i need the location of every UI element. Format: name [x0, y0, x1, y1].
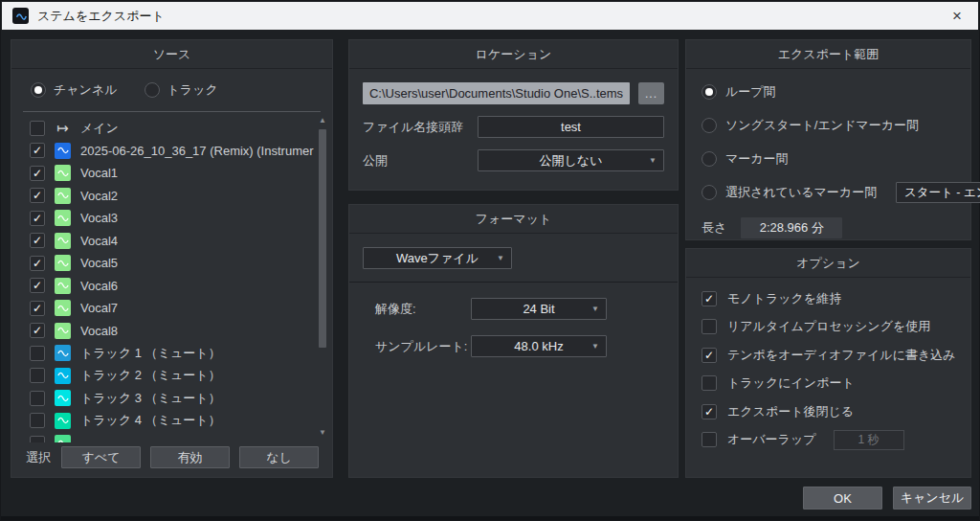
resolution-dropdown[interactable]: 24 Bit ▼ [471, 298, 607, 320]
range-option-0-radio[interactable] [702, 84, 717, 100]
dialog-title: ステムをエクスポート [37, 8, 165, 25]
track-row[interactable]: ✓Vocal7 [30, 297, 315, 320]
overlap-value-field[interactable]: 1 秒 [834, 430, 904, 450]
scroll-down-icon[interactable]: ▼ [317, 428, 328, 438]
file-type-value: Waveファイル [396, 250, 479, 267]
audio-wave-icon [55, 390, 71, 406]
filename-prefix-input[interactable]: test [478, 116, 664, 138]
samplerate-label: サンプルレート: [375, 338, 471, 355]
close-icon[interactable]: × [947, 7, 968, 26]
source-radio-0[interactable]: チャンネル [31, 81, 118, 99]
track-checkbox[interactable]: ✓ [30, 278, 45, 293]
track-checkbox[interactable]: ✓ [30, 301, 45, 316]
source-radio-0-radio[interactable] [31, 82, 46, 98]
track-row[interactable]: トラック 3 （ミュート） [30, 387, 315, 410]
track-list-scrollbar[interactable]: ▲ ▼ [317, 116, 328, 438]
track-label: Vocal8 [80, 324, 118, 338]
track-checkbox[interactable]: ✓ [30, 166, 45, 181]
track-row[interactable]: ✓Vocal1 [30, 162, 315, 185]
option-checkbox[interactable] [702, 375, 717, 391]
samplerate-value: 48.0 kHz [514, 339, 563, 353]
track-label: Vocal3 [80, 211, 118, 225]
option-row[interactable]: オーバーラップ1 秒 [702, 426, 955, 455]
file-type-dropdown[interactable]: Waveファイル ▼ [363, 247, 512, 269]
location-panel: ロケーション C:\Users\user\Documents\Studio On… [348, 39, 679, 191]
marker-range-dropdown[interactable]: スタート - エンド▼ [896, 182, 980, 203]
track-row[interactable]: ✓Vocal8 [30, 320, 315, 343]
track-row[interactable]: ✓Vocal3 [30, 207, 315, 230]
export-path-field[interactable]: C:\Users\user\Documents\Studio One\S..te… [363, 82, 630, 104]
select-none-button[interactable]: なし [239, 446, 319, 468]
track-checkbox[interactable] [30, 121, 45, 136]
range-option-0[interactable]: ループ間 [702, 81, 970, 102]
track-checkbox[interactable]: ✓ [30, 211, 45, 226]
option-checkbox[interactable]: ✓ [702, 291, 717, 306]
select-all-button[interactable]: すべて [61, 446, 141, 468]
track-label: トラック 4 （ミュート） [80, 412, 221, 429]
track-checkbox[interactable] [30, 391, 45, 406]
option-row[interactable]: トラックにインポート [702, 370, 955, 398]
option-label: トラックにインポート [727, 374, 855, 392]
source-radio-1[interactable]: トラック [145, 81, 218, 99]
track-checkbox[interactable]: ✓ [30, 143, 45, 158]
track-row[interactable]: トラック 2 （ミュート） [30, 365, 315, 388]
track-checkbox[interactable]: ✓ [30, 323, 45, 338]
track-row[interactable]: ✓2025-06-26_10_36_17 (Remix) (Instrumer [30, 140, 315, 163]
option-checkbox[interactable]: ✓ [702, 348, 717, 363]
track-row[interactable]: ↦メイン [30, 117, 315, 140]
track-row[interactable]: トラック 4 （ミュート） [30, 410, 315, 433]
option-checkbox[interactable] [702, 319, 717, 334]
track-row[interactable] [30, 432, 315, 442]
option-label: テンポをオーディオファイルに書き込み [727, 347, 956, 364]
range-option-2-label: マーカー間 [725, 150, 789, 168]
ok-button[interactable]: OK [803, 487, 882, 510]
resolution-row: 解像度: 24 Bit ▼ [375, 298, 664, 320]
range-option-3[interactable]: 選択されているマーカー間スタート - エンド▼ [702, 182, 970, 203]
track-checkbox[interactable] [30, 346, 45, 361]
source-radio-0-label: チャンネル [54, 81, 118, 99]
range-option-3-radio[interactable] [702, 185, 717, 200]
select-label: 選択 [26, 449, 51, 466]
option-label: エクスポート後閉じる [727, 403, 854, 420]
chevron-down-icon: ▼ [497, 255, 504, 262]
option-row[interactable]: ✓テンポをオーディオファイルに書き込み [702, 341, 955, 370]
track-row[interactable]: トラック 1 （ミュート） [30, 342, 315, 365]
scroll-up-icon[interactable]: ▲ [317, 116, 328, 125]
option-checkbox[interactable]: ✓ [702, 404, 717, 419]
track-checkbox[interactable] [30, 436, 45, 442]
source-radio-1-radio[interactable] [145, 82, 160, 98]
range-option-2[interactable]: マーカー間 [702, 148, 970, 170]
browse-button[interactable]: ... [638, 82, 664, 104]
track-row[interactable]: ✓Vocal6 [30, 275, 315, 298]
cancel-button[interactable]: キャンセル [893, 487, 971, 510]
option-row[interactable]: ✓エクスポート後閉じる [702, 397, 955, 426]
selection-row: 選択 すべて有効なし [26, 446, 319, 468]
samplerate-dropdown[interactable]: 48.0 kHz ▼ [471, 335, 607, 357]
scrollbar-thumb[interactable] [319, 129, 326, 348]
options-header: オプション [686, 249, 970, 278]
track-row[interactable]: ✓Vocal5 [30, 252, 315, 275]
track-checkbox[interactable]: ✓ [30, 256, 45, 271]
track-checkbox[interactable]: ✓ [30, 233, 45, 248]
publish-dropdown[interactable]: 公開しない ▼ [478, 149, 664, 171]
resolution-label: 解像度: [375, 301, 471, 318]
track-checkbox[interactable] [30, 413, 45, 428]
option-row[interactable]: リアルタイムプロセッシングを使用 [702, 313, 955, 342]
range-option-1[interactable]: ソングスタート/エンドマーカー間 [702, 115, 970, 136]
audio-wave-icon [55, 210, 71, 226]
track-row[interactable]: ✓Vocal4 [30, 230, 315, 253]
samplerate-row: サンプルレート: 48.0 kHz ▼ [375, 335, 664, 357]
track-checkbox[interactable] [30, 368, 45, 383]
track-checkbox[interactable]: ✓ [30, 188, 45, 203]
option-row[interactable]: ✓モノトラックを維持 [702, 284, 955, 313]
publish-dropdown-value: 公開しない [540, 152, 603, 170]
range-option-1-radio[interactable] [702, 118, 717, 133]
format-panel: フォーマット Waveファイル ▼ 解像度: 24 Bit ▼ サンプルレート:… [348, 204, 679, 478]
track-label: トラック 2 （ミュート） [80, 367, 221, 384]
track-label: Vocal2 [80, 189, 118, 203]
export-range-header: エクスポート範囲 [686, 40, 970, 69]
select-enabled-button[interactable]: 有効 [150, 446, 230, 468]
range-option-2-radio[interactable] [702, 151, 717, 167]
track-row[interactable]: ✓Vocal2 [30, 185, 315, 208]
option-checkbox[interactable] [702, 432, 717, 447]
